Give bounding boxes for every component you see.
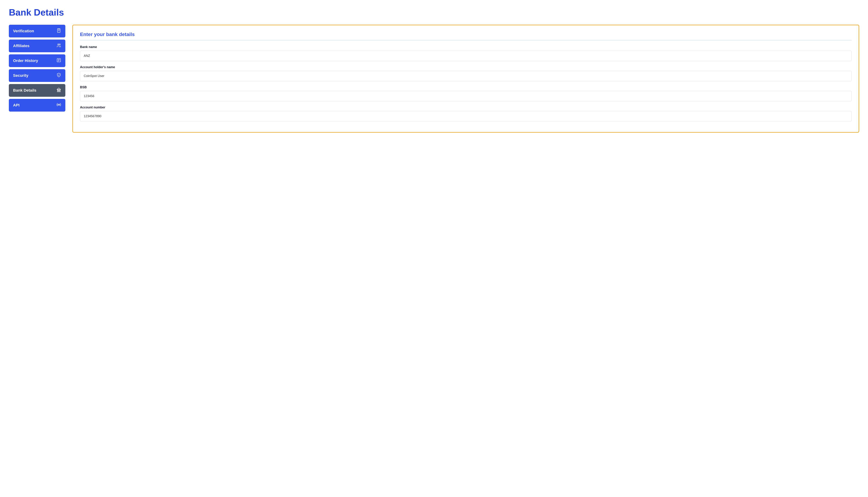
sidebar: VerificationAffiliatesOrder HistorySecur… (9, 25, 65, 112)
form-fields: Bank nameAccount holder's nameBSBAccount… (80, 45, 852, 122)
sidebar-item-affiliates[interactable]: Affiliates (9, 40, 65, 52)
input-bank-name[interactable] (80, 51, 852, 61)
svg-point-12 (58, 104, 59, 105)
form-group-bsb: BSB (80, 85, 852, 101)
form-group-account-holder-name: Account holder's name (80, 65, 852, 81)
svg-rect-10 (60, 90, 60, 91)
svg-point-1 (58, 44, 59, 45)
svg-marker-11 (57, 88, 61, 89)
sidebar-item-security[interactable]: Security (9, 69, 65, 82)
form-group-bank-name: Bank name (80, 45, 852, 61)
page-title: Bank Details (9, 7, 859, 18)
label-bsb: BSB (80, 85, 852, 89)
form-divider (80, 40, 852, 40)
svg-point-2 (59, 44, 60, 45)
form-group-account-number: Account number (80, 105, 852, 122)
api-icon (57, 102, 61, 108)
input-account-number[interactable] (80, 111, 852, 122)
sidebar-label-api: API (13, 103, 57, 108)
sidebar-label-bank-details: Bank Details (13, 88, 57, 93)
svg-rect-8 (57, 90, 58, 91)
sidebar-label-order-history: Order History (13, 58, 57, 63)
input-bsb[interactable] (80, 91, 852, 101)
svg-rect-0 (58, 29, 59, 29)
label-bank-name: Bank name (80, 45, 852, 49)
form-panel: Enter your bank details Bank nameAccount… (72, 25, 859, 132)
sidebar-label-affiliates: Affiliates (13, 44, 57, 48)
security-icon (57, 73, 61, 79)
main-layout: VerificationAffiliatesOrder HistorySecur… (9, 25, 859, 132)
label-account-number: Account number (80, 105, 852, 109)
input-account-holder-name[interactable] (80, 71, 852, 81)
sidebar-item-order-history[interactable]: Order History (9, 54, 65, 67)
bank-details-icon (57, 88, 61, 93)
verification-icon (57, 28, 61, 34)
sidebar-label-security: Security (13, 73, 57, 78)
sidebar-item-api[interactable]: API (9, 99, 65, 112)
form-title: Enter your bank details (80, 32, 852, 37)
label-account-holder-name: Account holder's name (80, 65, 852, 69)
svg-rect-9 (59, 90, 59, 91)
order-history-icon (57, 58, 61, 63)
affiliates-icon (57, 43, 61, 49)
sidebar-item-verification[interactable]: Verification (9, 25, 65, 38)
sidebar-item-bank-details[interactable]: Bank Details (9, 84, 65, 97)
sidebar-label-verification: Verification (13, 29, 57, 33)
